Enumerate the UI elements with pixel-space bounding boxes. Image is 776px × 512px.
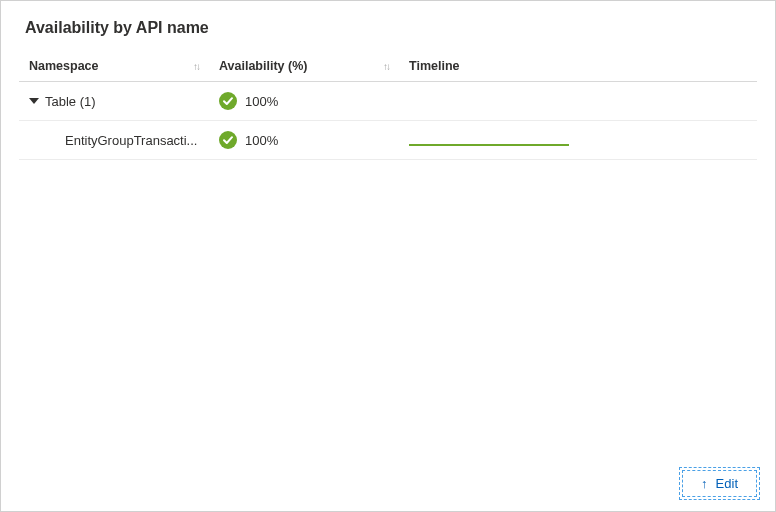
arrow-up-icon: ↑ (701, 477, 708, 490)
caret-down-icon (29, 98, 39, 104)
api-name: EntityGroupTransacti... (29, 133, 197, 148)
col-header-availability[interactable]: Availability (%) ↑↓ (209, 51, 399, 82)
col-header-timeline[interactable]: Timeline (399, 51, 757, 82)
check-circle-icon (219, 131, 237, 149)
group-label: Table (1) (45, 94, 96, 109)
timeline-cell (399, 121, 757, 160)
availability-value: 100% (245, 94, 278, 109)
check-circle-icon (219, 92, 237, 110)
panel-title: Availability by API name (19, 19, 757, 37)
sparkline (409, 144, 569, 146)
col-header-label: Availability (%) (219, 59, 307, 73)
col-header-label: Namespace (29, 59, 99, 73)
edit-button[interactable]: ↑ Edit (682, 470, 757, 497)
availability-value: 100% (245, 133, 278, 148)
col-header-label: Timeline (409, 59, 459, 73)
table-header-row: Namespace ↑↓ Availability (%) ↑↓ Timelin… (19, 51, 757, 82)
availability-panel: Availability by API name Namespace ↑↓ Av… (0, 0, 776, 512)
table-row[interactable]: EntityGroupTransacti... 100% (19, 121, 757, 160)
sort-icon: ↑↓ (193, 61, 199, 72)
availability-table: Namespace ↑↓ Availability (%) ↑↓ Timelin… (19, 51, 757, 160)
svg-point-1 (219, 131, 237, 149)
table-group-row[interactable]: Table (1) 100% (19, 82, 757, 121)
edit-button-label: Edit (716, 476, 738, 491)
svg-point-0 (219, 92, 237, 110)
col-header-namespace[interactable]: Namespace ↑↓ (19, 51, 209, 82)
sort-icon: ↑↓ (383, 61, 389, 72)
timeline-cell (399, 82, 757, 121)
